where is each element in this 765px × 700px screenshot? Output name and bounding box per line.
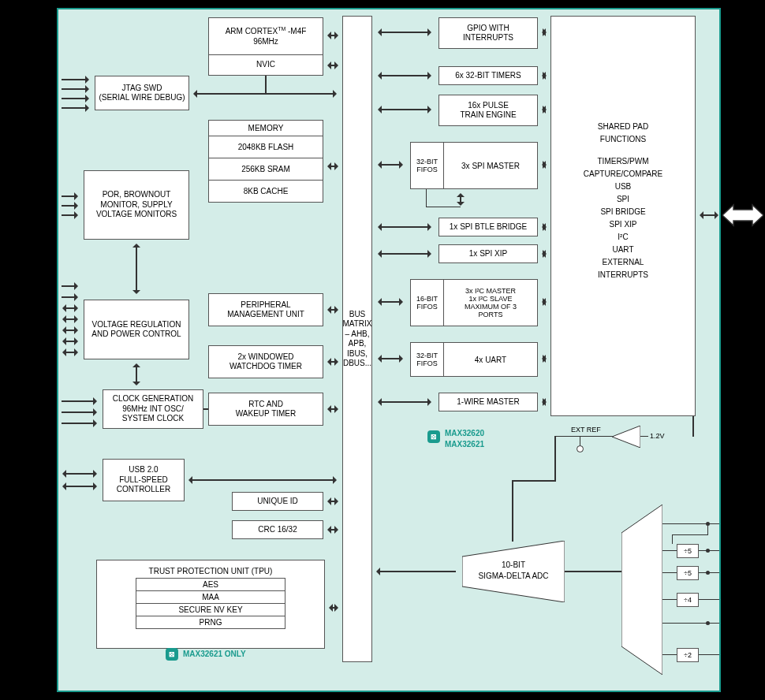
shared-item-5: SPI BRIDGE [561,206,685,218]
spi-btle-block: 1x SPI BTLE BRIDGE [438,218,538,236]
periph-arrow [543,301,546,303]
i2c-block: 3x I²C MASTER 1x I²C SLAVE MAXIMUM OF 3 … [443,279,538,326]
ext-arrow [63,307,77,309]
wire [565,571,621,572]
adc-text-2: SIGMA-DELTA ADC [478,572,548,580]
wire [512,480,513,542]
cpu-freq: 96MHz [253,37,278,47]
ext-arrow [62,205,77,207]
i2c-combo: 16-BIT FIFOS 3x I²C MASTER 1x I²C SLAVE … [410,279,538,326]
rtc-block: RTC AND WAKEUP TIMER [208,393,323,426]
flash-row: 2048KB FLASH [209,136,323,158]
product-label-1: MAX32620 [445,429,484,438]
shared-item-10: EXTERNAL [561,256,685,269]
wire [662,523,719,524]
vref-label: 1.2V [650,432,665,440]
ext-arrow [62,411,96,413]
spi-master-block: 3x SPI MASTER [443,142,538,189]
bus-matrix-block: BUS MATRIX – AHB, APB, IBUS, DBUS... [342,16,372,662]
divider-5b: ÷5 [677,566,699,580]
extref-node [577,445,584,452]
tpu-maa: MAA [136,590,285,604]
adc-block: 10-BIT SIGMA-DELTA ADC [462,541,565,602]
pulse-train-block: 16x PULSE TRAIN ENGINE [438,95,538,126]
mem-bus-arrow [328,166,338,167]
unique-id-block: UNIQUE ID [232,492,323,511]
ext-arrow [63,330,77,331]
voltage-regulation-block: VOLTAGE REGULATION AND POWER CONTROL [84,300,189,359]
cache-row: 8KB CACHE [209,180,323,202]
jtag-block: JTAG SWD (SERIAL WIRE DEBUG) [95,76,189,110]
spi-loop-arrow [460,194,461,205]
wire [692,416,694,437]
ext-arrow [63,318,77,320]
tpu-block: TRUST PROTECTION UNIT (TPU) AES MAA SECU… [96,560,325,649]
memory-title: MEMORY [209,121,323,136]
memory-block: MEMORY 2048KB FLASH 256KB SRAM 8KB CACHE [208,120,323,203]
shared-pad-block: SHARED PAD FUNCTIONS TIMERS/PWM CAPTURE/… [550,16,696,416]
tpu-prng: PRNG [136,616,285,629]
wire [672,534,708,535]
uart-combo: 32-BIT FIFOS 4x UART [410,342,538,377]
cpu-bus-arrow [328,35,338,36]
bus-arrow [379,109,431,110]
maxim-logo-icon: ⊠ [166,648,178,661]
svg-marker-0 [612,426,640,448]
ext-arrow [62,88,88,90]
bus-arrow [379,301,402,303]
ext-arrow [62,214,77,216]
fifo-32-label: 32-BIT FIFOS [410,142,443,189]
crc-block: CRC 16/32 [232,520,323,539]
bus-arrow [379,253,431,255]
fifo-16-label: 16-BIT FIFOS [410,279,443,326]
uart-block: 4x UART [443,342,538,377]
io-arrow-icon [722,199,763,232]
wire [699,599,719,600]
wire [662,572,677,573]
svg-marker-3 [722,205,763,225]
bus-arrow [379,32,431,33]
mon-vreg-arrow [136,244,137,293]
wire [203,408,208,410]
divider-5a: ÷5 [677,544,699,558]
timers-block: 6x 32-BIT TIMERS [438,66,538,85]
usb-controller-block: USB 2.0 FULL-SPEED CONTROLLER [103,459,185,501]
product-label-2: MAX32621 [445,440,484,449]
ext-arrow [63,486,96,487]
wire [672,534,673,544]
ext-arrow [63,473,96,475]
wire [662,599,677,600]
ext-arrow [62,296,77,298]
shared-title: SHARED PAD FUNCTIONS [561,121,685,146]
watchdog-block: 2x WINDOWED WATCHDOG TIMER [208,345,323,378]
shared-item-0: TIMERS/PWM [561,155,685,168]
tpu-title: TRUST PROTECTION UNIT (TPU) [106,567,315,575]
wire-node [706,571,710,575]
bus-arrow [379,358,402,359]
shared-item-11: INTERRUPTS [561,269,685,281]
svg-marker-2 [621,505,662,675]
periph-arrow [543,75,546,76]
ext-arrow [62,79,88,80]
shared-io-arrow [700,214,718,216]
spi-xip-block: 1x SPI XIP [438,244,538,263]
wire [555,436,612,437]
pmu-block: PERIPHERAL MANAGEMENT UNIT [208,293,323,326]
power-monitors-block: POR, BROWNOUT MONITOR, SUPPLY VOLTAGE MO… [84,170,189,240]
periph-arrow [543,226,546,228]
periph-arrow [543,109,546,110]
divider-4: ÷4 [677,593,699,607]
shared-item-7: I²C [561,231,685,244]
cpu-suffix: -M4F [288,27,306,35]
ext-arrow [62,285,77,287]
buffer-icon [612,426,640,448]
ext-arrow [62,107,88,109]
tpu-nvkey: SECURE NV KEY [136,603,285,616]
bus-arrow [379,75,431,76]
wire [512,480,556,482]
shared-item-1: CAPTURE/COMPARE [561,168,685,181]
wire [640,436,648,437]
arm-cortex-block: ARM CORTEXTM -M4F 96MHz [208,17,323,55]
wire-node [706,549,710,553]
wire [662,623,719,624]
